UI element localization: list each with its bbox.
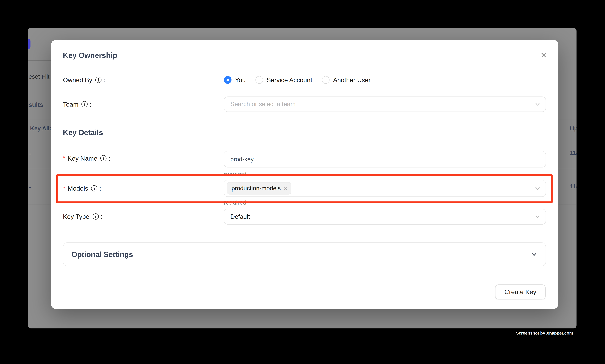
radio-selected-icon [224, 76, 232, 84]
screenshot-canvas: eset Filt sults Key Alia Up - - 11/ 11/ … [0, 0, 605, 364]
modal-title: Key Ownership [63, 51, 117, 60]
chevron-down-icon [535, 186, 540, 191]
required-asterisk: * [63, 185, 65, 192]
info-icon: i [100, 155, 107, 161]
radio-unselected-icon [322, 76, 330, 84]
models-required-hint: required [224, 199, 246, 206]
info-icon: i [82, 101, 88, 107]
key-name-required-hint: required [224, 170, 246, 178]
background-key-alias-header: Key Alia [30, 124, 53, 133]
chevron-down-icon [535, 102, 540, 107]
models-select[interactable]: production-models × [224, 180, 546, 197]
background-table-cell: - [29, 149, 31, 158]
background-reset-filters-fragment: eset Filt [29, 73, 50, 81]
radio-owned-by-another-user[interactable]: Another User [322, 76, 371, 84]
background-date-cell: 11/ [570, 149, 577, 157]
info-icon: i [92, 213, 99, 220]
create-key-button[interactable]: Create Key [495, 285, 546, 299]
chevron-down-icon [531, 251, 537, 257]
key-name-label: * Key Name i : [63, 154, 110, 162]
radio-owned-by-you[interactable]: You [224, 76, 246, 84]
background-results-fragment: sults [29, 100, 43, 109]
owned-by-radio-group: You Service Account Another User [224, 76, 371, 84]
background-table-cell: - [29, 182, 31, 191]
required-asterisk: * [63, 155, 65, 162]
key-name-input[interactable] [224, 151, 546, 168]
models-label: * Models i : [63, 184, 101, 193]
optional-settings-header[interactable]: Optional Settings [63, 242, 546, 266]
info-icon: i [95, 77, 102, 83]
optional-settings-label: Optional Settings [71, 250, 133, 259]
owned-by-label: Owned By i : [63, 76, 105, 84]
selected-model-tag: production-models × [227, 182, 292, 195]
radio-owned-by-service-account[interactable]: Service Account [256, 76, 312, 84]
info-icon: i [91, 185, 97, 192]
key-type-label: Key Type i : [63, 212, 102, 221]
key-ownership-modal: Key Ownership ✕ Owned By i : You Service… [51, 40, 558, 309]
background-primary-button-fragment [28, 39, 30, 49]
background-updated-header: Up [570, 124, 577, 133]
key-type-select[interactable]: Default [224, 209, 546, 225]
team-select[interactable] [224, 96, 546, 112]
watermark: Screenshot by Xnapper.com [516, 331, 573, 335]
background-date-cell: 11/ [570, 182, 577, 191]
tag-remove-icon[interactable]: × [284, 185, 287, 191]
team-label: Team i : [63, 100, 91, 108]
radio-unselected-icon [256, 76, 263, 84]
key-details-heading: Key Details [63, 128, 103, 137]
key-type-value: Default [224, 213, 250, 220]
chevron-down-icon [535, 214, 540, 219]
team-search-input[interactable] [224, 101, 545, 108]
close-icon[interactable]: ✕ [538, 50, 549, 61]
